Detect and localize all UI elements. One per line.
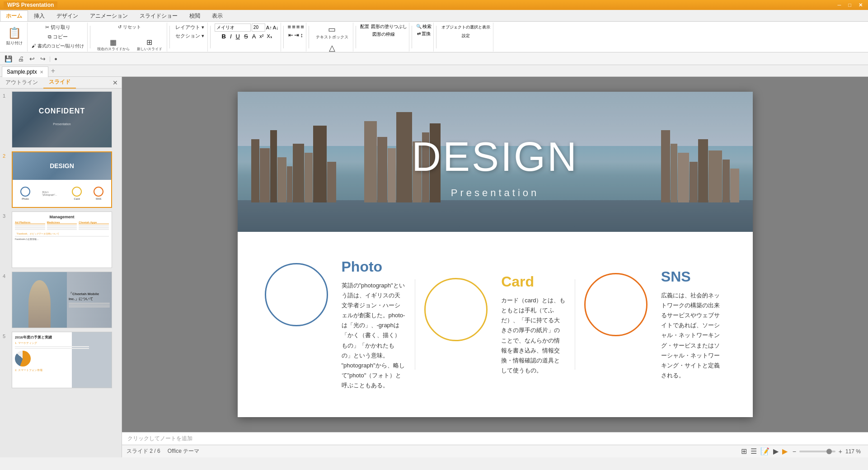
tab-view[interactable]: 表示: [206, 10, 229, 21]
slides-tab[interactable]: スライド: [43, 77, 76, 89]
status-left: スライド 2 / 6 Office テーマ: [127, 447, 199, 455]
slides-panel[interactable]: 1 CONFIDENT Presentation 2 DESIGN: [0, 89, 122, 457]
font-size-down[interactable]: A↓: [273, 25, 279, 30]
tab-insert[interactable]: 挿入: [28, 10, 51, 21]
thumb5-line2: [15, 348, 89, 349]
zoom-in-btn[interactable]: +: [837, 448, 844, 455]
format-copy-button[interactable]: 🖌 書式のコピー/貼り付け: [30, 42, 85, 50]
slide-thumb-3[interactable]: Management Ad Platform Medicines: [12, 212, 112, 268]
slide-num-2: 2: [3, 151, 9, 159]
zoom-slider[interactable]: [799, 451, 835, 452]
canvas-area: DESIGN Presentation Photo 英語の"photograph…: [122, 77, 868, 457]
indent-decrease-button[interactable]: ⇤: [288, 32, 293, 38]
slide-thumb-2-container: 2 DESIGN Photo 英語の "photograph"...: [3, 151, 119, 208]
new-slide-icon: ⊞: [146, 38, 152, 47]
settings-button[interactable]: 設定: [461, 32, 471, 40]
slide-icon: ▦: [110, 38, 117, 47]
subscript-button[interactable]: X₁: [266, 33, 272, 39]
theme-info: Office テーマ: [168, 447, 199, 455]
undo-btn[interactable]: ↩: [28, 54, 37, 63]
bold-button[interactable]: B: [221, 33, 227, 40]
thumb2-circle-card: [72, 187, 82, 197]
cut-button[interactable]: ✂ 切り取り: [44, 24, 72, 31]
slide-canvas[interactable]: DESIGN Presentation Photo 英語の"photograph…: [238, 92, 753, 417]
panel-close-btn[interactable]: ✕: [109, 79, 122, 86]
slide-thumb-2[interactable]: DESIGN Photo 英語の "photograph"... Card: [12, 151, 112, 208]
slide-hero-subtitle: Presentation: [451, 187, 540, 199]
slides-view-btn[interactable]: ⊞: [741, 447, 747, 456]
align-center-button[interactable]: ≡: [292, 24, 296, 30]
minimize-btn[interactable]: ─: [836, 2, 843, 8]
paste-button[interactable]: 📋 貼り付け: [4, 24, 25, 50]
replace-button[interactable]: ⇄ 置換: [417, 31, 431, 37]
strikethrough-button[interactable]: S: [243, 33, 249, 40]
thumb4-line3: [69, 306, 110, 307]
save-btn[interactable]: 💾: [3, 54, 14, 63]
file-tab[interactable]: Sample.pptx ✕: [2, 66, 48, 77]
shapes-button[interactable]: △ 図形: [322, 42, 342, 53]
align-justify-button[interactable]: ≡: [300, 24, 304, 30]
ribbon-tabs: ホーム 挿入 デザイン アニメーション スライドショー 校閲 表示: [0, 10, 868, 22]
shadow-button[interactable]: A: [251, 33, 258, 40]
indent-increase-button[interactable]: ⇥: [294, 32, 299, 38]
layout-group: レイアウト ▾ セクション ▾: [172, 23, 208, 52]
line-spacing-button[interactable]: ↕: [300, 32, 303, 38]
layout-button[interactable]: レイアウト ▾: [174, 24, 206, 31]
zoom-out-btn[interactable]: −: [791, 448, 798, 455]
thumb3-cols: Ad Platform Medicines: [15, 221, 109, 230]
font-size-up[interactable]: A↑: [266, 25, 272, 30]
shape-outline-button[interactable]: 図形の塗りつぶし: [371, 24, 407, 30]
redo-btn[interactable]: ↪: [38, 54, 47, 63]
slide-thumb-4[interactable]: 「Cheetah Mobile Inc.」について: [12, 272, 112, 328]
superscript-button[interactable]: x²: [258, 33, 264, 39]
tab-review[interactable]: 校閲: [183, 10, 206, 21]
align-right-button[interactable]: ≡: [296, 24, 300, 30]
thumb3-body: Facebook の企業情報...: [15, 238, 109, 241]
reading-view-btn[interactable]: ▶: [773, 447, 779, 456]
auto-save-btn[interactable]: ●: [52, 55, 59, 62]
italic-button[interactable]: I: [229, 33, 233, 40]
slide-thumb-1-container: 1 CONFIDENT Presentation: [3, 91, 119, 148]
reset-button[interactable]: ↺ リセット: [117, 24, 142, 31]
tab-animation[interactable]: アニメーション: [84, 10, 134, 21]
section-button[interactable]: セクション ▾: [174, 32, 206, 40]
copy-button[interactable]: ⧉ コピー: [47, 33, 69, 41]
search-button[interactable]: 🔍 検索: [416, 24, 432, 30]
slide-num-3: 3: [3, 212, 9, 219]
restore-btn[interactable]: □: [846, 2, 853, 8]
new-tab-btn[interactable]: +: [48, 67, 58, 75]
font-size-input[interactable]: [252, 24, 265, 32]
arrange-button[interactable]: 配置: [360, 24, 369, 30]
notes-view-btn[interactable]: 📝: [760, 447, 769, 456]
tab-slideshow[interactable]: スライドショー: [134, 10, 183, 21]
thumb3-title: Management: [15, 215, 109, 219]
presentation-view-btn[interactable]: ▶: [782, 447, 788, 456]
shape-border-button[interactable]: 図形の枠線: [372, 31, 395, 38]
slide-thumb-5[interactable]: 2016年度の予算と実績 1. マーケティング 2. スマートフォン市場: [12, 332, 112, 388]
notes-bar[interactable]: クリックしてノートを追加: [122, 432, 868, 445]
file-tab-close[interactable]: ✕: [40, 70, 43, 75]
zoom-thumb[interactable]: [826, 449, 832, 454]
underline-button[interactable]: U: [235, 33, 241, 40]
tab-design[interactable]: デザイン: [51, 10, 84, 21]
font-family-input[interactable]: [215, 24, 251, 32]
print-btn[interactable]: 🖨: [16, 54, 26, 63]
slide-canvas-wrapper[interactable]: DESIGN Presentation Photo 英語の"photograph…: [122, 77, 868, 432]
thumb3-line8: [79, 227, 109, 228]
format-group: 配置 図形の塗りつぶし 図形の枠線: [358, 23, 409, 52]
outline-view-btn[interactable]: ☰: [751, 447, 757, 456]
outline-tab[interactable]: アウトライン: [0, 77, 43, 89]
align-left-button[interactable]: ≡: [288, 24, 291, 30]
current-slide-button[interactable]: ▦ 現在のスライドから: [94, 32, 132, 53]
slide-thumb-1[interactable]: CONFIDENT Presentation: [12, 91, 112, 148]
font-selector-row: A↑ A↓: [215, 24, 279, 32]
tab-home[interactable]: ホーム: [0, 10, 28, 21]
textbox-button[interactable]: ▭ テキストボックス: [313, 24, 351, 41]
thumb3-col3-title: Cheetah Apps: [79, 221, 109, 224]
select-button[interactable]: オブジェクトの選択と表示: [441, 24, 491, 31]
slide-hero-title: DESIGN: [412, 134, 578, 180]
new-slide-button[interactable]: ⊞ 新しいスライド: [134, 32, 165, 53]
thumb2-item-photo: Photo: [20, 187, 30, 200]
slide-info: スライド 2 / 6: [127, 447, 160, 455]
close-btn[interactable]: ✕: [857, 2, 864, 8]
